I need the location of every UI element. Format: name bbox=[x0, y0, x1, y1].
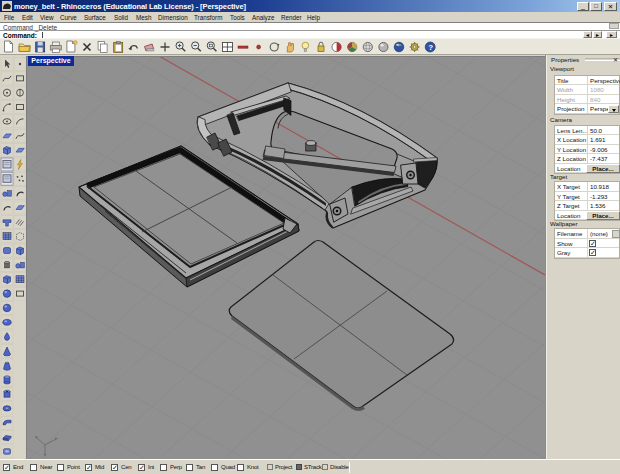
svg-text:?: ? bbox=[428, 43, 433, 52]
